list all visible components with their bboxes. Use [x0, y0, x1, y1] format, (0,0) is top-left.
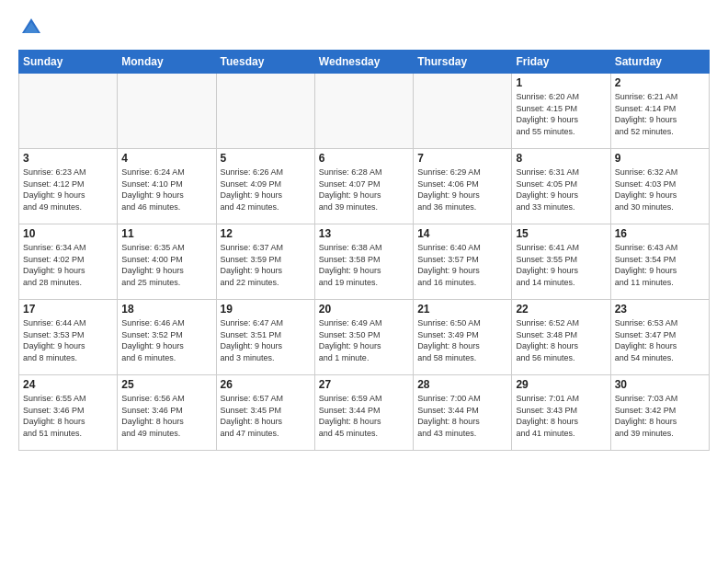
day-number: 10 — [23, 227, 113, 240]
day-number: 19 — [221, 303, 311, 316]
day-info: Sunrise: 6:28 AM Sunset: 4:07 PM Dayligh… — [319, 167, 409, 213]
calendar-week-row: 10Sunrise: 6:34 AM Sunset: 4:02 PM Dayli… — [19, 224, 710, 300]
weekday-header-friday: Friday — [512, 51, 610, 74]
day-number: 13 — [319, 227, 409, 240]
calendar-cell: 7Sunrise: 6:29 AM Sunset: 4:06 PM Daylig… — [414, 149, 512, 224]
day-number: 22 — [516, 303, 606, 316]
calendar-week-row: 1Sunrise: 6:20 AM Sunset: 4:15 PM Daylig… — [19, 74, 710, 149]
day-info: Sunrise: 6:31 AM Sunset: 4:05 PM Dayligh… — [516, 167, 606, 213]
day-info: Sunrise: 6:23 AM Sunset: 4:12 PM Dayligh… — [23, 167, 113, 213]
day-info: Sunrise: 7:03 AM Sunset: 3:42 PM Dayligh… — [615, 393, 705, 439]
day-info: Sunrise: 6:41 AM Sunset: 3:55 PM Dayligh… — [516, 242, 606, 288]
day-number: 20 — [319, 303, 409, 316]
day-info: Sunrise: 6:46 AM Sunset: 3:52 PM Dayligh… — [121, 317, 211, 363]
logo-icon — [18, 15, 44, 40]
day-info: Sunrise: 6:50 AM Sunset: 3:49 PM Dayligh… — [417, 317, 507, 363]
weekday-header-monday: Monday — [118, 51, 216, 74]
day-number: 24 — [23, 378, 113, 391]
calendar-cell — [19, 74, 118, 149]
calendar-cell: 6Sunrise: 6:28 AM Sunset: 4:07 PM Daylig… — [314, 149, 413, 224]
day-info: Sunrise: 6:53 AM Sunset: 3:47 PM Dayligh… — [615, 317, 705, 363]
calendar-cell: 24Sunrise: 6:55 AM Sunset: 3:46 PM Dayli… — [19, 375, 118, 451]
calendar-cell: 16Sunrise: 6:43 AM Sunset: 3:54 PM Dayli… — [610, 224, 709, 300]
day-number: 2 — [615, 76, 705, 89]
day-info: Sunrise: 6:47 AM Sunset: 3:51 PM Dayligh… — [221, 317, 311, 363]
calendar-cell: 12Sunrise: 6:37 AM Sunset: 3:59 PM Dayli… — [216, 224, 314, 300]
day-number: 16 — [615, 227, 705, 240]
calendar-week-row: 17Sunrise: 6:44 AM Sunset: 3:53 PM Dayli… — [19, 300, 710, 375]
day-number: 6 — [319, 152, 409, 165]
day-info: Sunrise: 6:44 AM Sunset: 3:53 PM Dayligh… — [23, 317, 113, 363]
calendar-week-row: 24Sunrise: 6:55 AM Sunset: 3:46 PM Dayli… — [19, 375, 710, 451]
calendar-cell — [118, 74, 216, 149]
day-info: Sunrise: 7:00 AM Sunset: 3:44 PM Dayligh… — [417, 393, 507, 439]
logo — [18, 15, 48, 40]
calendar-cell: 18Sunrise: 6:46 AM Sunset: 3:52 PM Dayli… — [118, 300, 216, 375]
day-number: 3 — [23, 152, 113, 165]
day-info: Sunrise: 7:01 AM Sunset: 3:43 PM Dayligh… — [516, 393, 606, 439]
calendar-week-row: 3Sunrise: 6:23 AM Sunset: 4:12 PM Daylig… — [19, 149, 710, 224]
day-info: Sunrise: 6:24 AM Sunset: 4:10 PM Dayligh… — [121, 167, 211, 213]
day-info: Sunrise: 6:52 AM Sunset: 3:48 PM Dayligh… — [516, 317, 606, 363]
page: SundayMondayTuesdayWednesdayThursdayFrid… — [0, 0, 728, 563]
day-number: 7 — [417, 152, 507, 165]
day-number: 25 — [121, 378, 211, 391]
calendar-cell: 27Sunrise: 6:59 AM Sunset: 3:44 PM Dayli… — [314, 375, 413, 451]
day-number: 26 — [221, 378, 311, 391]
day-info: Sunrise: 6:29 AM Sunset: 4:06 PM Dayligh… — [417, 167, 507, 213]
weekday-header-tuesday: Tuesday — [216, 51, 314, 74]
day-number: 5 — [221, 152, 311, 165]
calendar-cell: 11Sunrise: 6:35 AM Sunset: 4:00 PM Dayli… — [118, 224, 216, 300]
day-number: 8 — [516, 152, 606, 165]
day-info: Sunrise: 6:21 AM Sunset: 4:14 PM Dayligh… — [615, 91, 705, 137]
day-number: 4 — [121, 152, 211, 165]
day-info: Sunrise: 6:20 AM Sunset: 4:15 PM Dayligh… — [516, 91, 606, 137]
day-number: 14 — [417, 227, 507, 240]
calendar-cell: 9Sunrise: 6:32 AM Sunset: 4:03 PM Daylig… — [610, 149, 709, 224]
day-info: Sunrise: 6:40 AM Sunset: 3:57 PM Dayligh… — [417, 242, 507, 288]
day-number: 11 — [121, 227, 211, 240]
calendar-cell: 14Sunrise: 6:40 AM Sunset: 3:57 PM Dayli… — [414, 224, 512, 300]
day-number: 9 — [615, 152, 705, 165]
day-number: 17 — [23, 303, 113, 316]
calendar-table: SundayMondayTuesdayWednesdayThursdayFrid… — [18, 50, 710, 451]
calendar-cell: 17Sunrise: 6:44 AM Sunset: 3:53 PM Dayli… — [19, 300, 118, 375]
day-number: 1 — [516, 76, 606, 89]
calendar-cell: 8Sunrise: 6:31 AM Sunset: 4:05 PM Daylig… — [512, 149, 610, 224]
calendar-cell: 3Sunrise: 6:23 AM Sunset: 4:12 PM Daylig… — [19, 149, 118, 224]
calendar-cell: 19Sunrise: 6:47 AM Sunset: 3:51 PM Dayli… — [216, 300, 314, 375]
day-info: Sunrise: 6:32 AM Sunset: 4:03 PM Dayligh… — [615, 167, 705, 213]
calendar-cell — [414, 74, 512, 149]
day-number: 29 — [516, 378, 606, 391]
calendar-cell: 21Sunrise: 6:50 AM Sunset: 3:49 PM Dayli… — [414, 300, 512, 375]
calendar-cell: 2Sunrise: 6:21 AM Sunset: 4:14 PM Daylig… — [610, 74, 709, 149]
calendar-cell: 4Sunrise: 6:24 AM Sunset: 4:10 PM Daylig… — [118, 149, 216, 224]
weekday-header-saturday: Saturday — [610, 51, 709, 74]
calendar-cell: 20Sunrise: 6:49 AM Sunset: 3:50 PM Dayli… — [314, 300, 413, 375]
calendar-cell: 15Sunrise: 6:41 AM Sunset: 3:55 PM Dayli… — [512, 224, 610, 300]
day-info: Sunrise: 6:49 AM Sunset: 3:50 PM Dayligh… — [319, 317, 409, 363]
day-info: Sunrise: 6:37 AM Sunset: 3:59 PM Dayligh… — [221, 242, 311, 288]
calendar-cell: 29Sunrise: 7:01 AM Sunset: 3:43 PM Dayli… — [512, 375, 610, 451]
weekday-header-wednesday: Wednesday — [314, 51, 413, 74]
day-number: 18 — [121, 303, 211, 316]
day-info: Sunrise: 6:56 AM Sunset: 3:46 PM Dayligh… — [121, 393, 211, 439]
calendar-cell: 5Sunrise: 6:26 AM Sunset: 4:09 PM Daylig… — [216, 149, 314, 224]
calendar-cell: 22Sunrise: 6:52 AM Sunset: 3:48 PM Dayli… — [512, 300, 610, 375]
day-number: 30 — [615, 378, 705, 391]
calendar-cell: 13Sunrise: 6:38 AM Sunset: 3:58 PM Dayli… — [314, 224, 413, 300]
day-info: Sunrise: 6:38 AM Sunset: 3:58 PM Dayligh… — [319, 242, 409, 288]
day-info: Sunrise: 6:34 AM Sunset: 4:02 PM Dayligh… — [23, 242, 113, 288]
day-info: Sunrise: 6:59 AM Sunset: 3:44 PM Dayligh… — [319, 393, 409, 439]
day-info: Sunrise: 6:43 AM Sunset: 3:54 PM Dayligh… — [615, 242, 705, 288]
calendar-cell: 26Sunrise: 6:57 AM Sunset: 3:45 PM Dayli… — [216, 375, 314, 451]
header — [18, 15, 710, 40]
calendar-cell — [216, 74, 314, 149]
calendar-cell: 30Sunrise: 7:03 AM Sunset: 3:42 PM Dayli… — [610, 375, 709, 451]
calendar-cell: 1Sunrise: 6:20 AM Sunset: 4:15 PM Daylig… — [512, 74, 610, 149]
calendar-header-row: SundayMondayTuesdayWednesdayThursdayFrid… — [19, 51, 710, 74]
day-info: Sunrise: 6:55 AM Sunset: 3:46 PM Dayligh… — [23, 393, 113, 439]
day-number: 12 — [221, 227, 311, 240]
calendar-cell: 10Sunrise: 6:34 AM Sunset: 4:02 PM Dayli… — [19, 224, 118, 300]
day-info: Sunrise: 6:26 AM Sunset: 4:09 PM Dayligh… — [221, 167, 311, 213]
